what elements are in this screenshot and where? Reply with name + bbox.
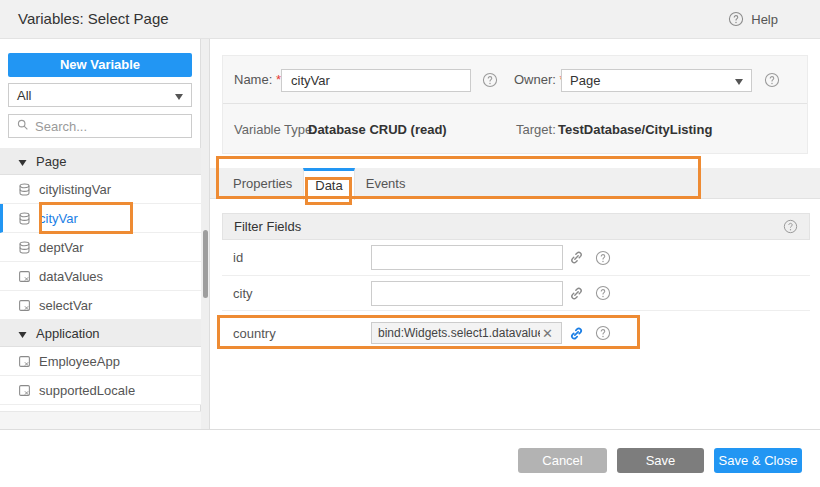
caret-down-icon <box>175 88 183 103</box>
variables-sidebar: New Variable All Page citylistingVar cit… <box>0 39 201 429</box>
owner-help-icon[interactable] <box>764 72 780 88</box>
field-label: country <box>233 326 276 341</box>
variable-detail-panel: Name: * Owner: * Page Variable Type: Dat… <box>210 39 820 429</box>
tab-data[interactable]: Data <box>303 168 354 200</box>
sidebar-item-label: citylistingVar <box>39 182 111 197</box>
collapse-caret-icon <box>18 326 27 341</box>
filter-fields-help-icon[interactable] <box>783 219 798 234</box>
cancel-button[interactable]: Cancel <box>518 448 607 473</box>
sidebar-bottom-strip <box>0 411 201 429</box>
tab-events[interactable]: Events <box>355 168 417 198</box>
bind-link-icon[interactable] <box>569 286 584 301</box>
model-variable-icon <box>18 355 31 368</box>
page-title: Variables: Select Page <box>18 0 169 38</box>
sidebar-item-deptVar[interactable]: deptVar <box>0 233 201 262</box>
variable-filter-value: All <box>17 88 175 103</box>
section-label: Page <box>36 154 66 169</box>
id-field-input[interactable] <box>371 245 563 270</box>
sidebar-item-label: deptVar <box>39 240 84 255</box>
name-label: Name: * <box>234 72 281 87</box>
section-header-page[interactable]: Page <box>0 148 201 175</box>
variable-filter-select[interactable]: All <box>8 83 192 107</box>
field-help-icon[interactable] <box>595 325 611 341</box>
target-label: Target: <box>516 122 556 137</box>
field-label: city <box>233 286 253 301</box>
city-field-input[interactable] <box>371 281 563 306</box>
country-field-bound-input[interactable]: bind:Widgets.select1.datavalue ✕ <box>371 322 562 344</box>
search-box <box>8 114 192 138</box>
dialog-footer: Cancel Save Save & Close <box>0 429 820 487</box>
database-icon <box>18 212 31 225</box>
caret-down-icon <box>735 73 743 88</box>
search-icon <box>16 117 29 135</box>
section-label: Application <box>36 326 100 341</box>
filter-row-country: country bind:Widgets.select1.datavalue ✕ <box>222 311 810 355</box>
variables-dialog: Variables: Select Page Help New Variable… <box>0 0 820 487</box>
variable-type-value: Database CRUD (read) <box>308 122 447 137</box>
variable-type-label: Variable Type: <box>234 122 316 137</box>
model-variable-icon <box>18 270 31 283</box>
variable-form-panel: Name: * Owner: * Page Variable Type: Dat… <box>222 55 808 154</box>
section-header-application[interactable]: Application <box>0 320 201 347</box>
save-button[interactable]: Save <box>617 448 704 473</box>
filter-fields-header: Filter Fields <box>222 213 810 240</box>
owner-label: Owner: * <box>514 72 565 87</box>
collapse-caret-icon <box>18 154 27 169</box>
save-and-close-button[interactable]: Save & Close <box>714 448 802 473</box>
bound-expression: bind:Widgets.select1.datavalue <box>378 326 540 340</box>
sidebar-scrollbar-thumb[interactable] <box>203 230 208 298</box>
sidebar-item-supportedLocale[interactable]: supportedLocale <box>0 376 201 405</box>
sidebar-item-citylistingVar[interactable]: citylistingVar <box>0 175 201 204</box>
field-label: id <box>233 250 243 265</box>
tab-properties[interactable]: Properties <box>222 168 303 198</box>
database-icon <box>18 183 31 196</box>
help-circle-icon <box>728 11 744 27</box>
sidebar-item-dataValues[interactable]: dataValues <box>0 262 201 291</box>
help-label: Help <box>751 12 778 27</box>
filter-row-id: id <box>222 240 810 276</box>
sidebar-item-label: selectVar <box>39 298 92 313</box>
filter-fields-title: Filter Fields <box>234 219 301 234</box>
sidebar-item-label: EmployeeApp <box>39 354 120 369</box>
database-icon <box>18 241 31 254</box>
detail-tabs: Properties Data Events <box>210 168 820 199</box>
target-value: TestDatabase/CityListing <box>558 122 712 137</box>
sidebar-item-label: supportedLocale <box>39 383 135 398</box>
model-variable-icon <box>18 299 31 312</box>
owner-select-value: Page <box>570 73 735 88</box>
dialog-header: Variables: Select Page Help <box>0 0 820 39</box>
filter-fields-rows: id city country bind:Widgets.select1.dat… <box>222 240 810 355</box>
bind-link-icon-active[interactable] <box>569 326 584 341</box>
sidebar-item-selectVar[interactable]: selectVar <box>0 291 201 320</box>
search-input[interactable] <box>35 119 184 134</box>
sidebar-item-EmployeeApp[interactable]: EmployeeApp <box>0 347 201 376</box>
name-input[interactable] <box>281 69 471 92</box>
filter-row-city: city <box>222 276 810 311</box>
sidebar-item-label: dataValues <box>39 269 103 284</box>
model-variable-icon <box>18 384 31 397</box>
new-variable-button[interactable]: New Variable <box>8 53 192 77</box>
variable-list: Page citylistingVar cityVar deptVar data… <box>0 148 201 405</box>
variable-meta-row: Variable Type: Database CRUD (read) Targ… <box>223 104 807 153</box>
bind-link-icon[interactable] <box>569 250 584 265</box>
name-help-icon[interactable] <box>482 72 498 88</box>
owner-select[interactable]: Page <box>561 69 752 92</box>
name-owner-row: Name: * Owner: * Page <box>223 56 807 104</box>
help-link[interactable]: Help <box>728 0 778 38</box>
sidebar-item-label: cityVar <box>39 211 78 226</box>
field-help-icon[interactable] <box>595 250 611 266</box>
field-help-icon[interactable] <box>595 285 611 301</box>
sidebar-item-cityVar[interactable]: cityVar <box>0 204 201 233</box>
clear-binding-icon[interactable]: ✕ <box>540 326 555 341</box>
